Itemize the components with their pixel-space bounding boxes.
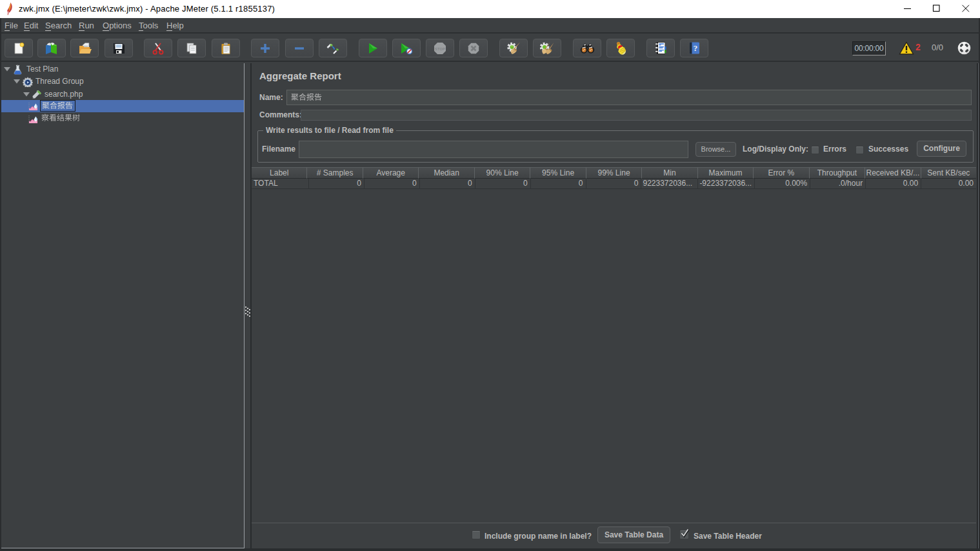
- svg-text:?: ?: [693, 43, 697, 53]
- svg-text:STOP: STOP: [435, 46, 445, 50]
